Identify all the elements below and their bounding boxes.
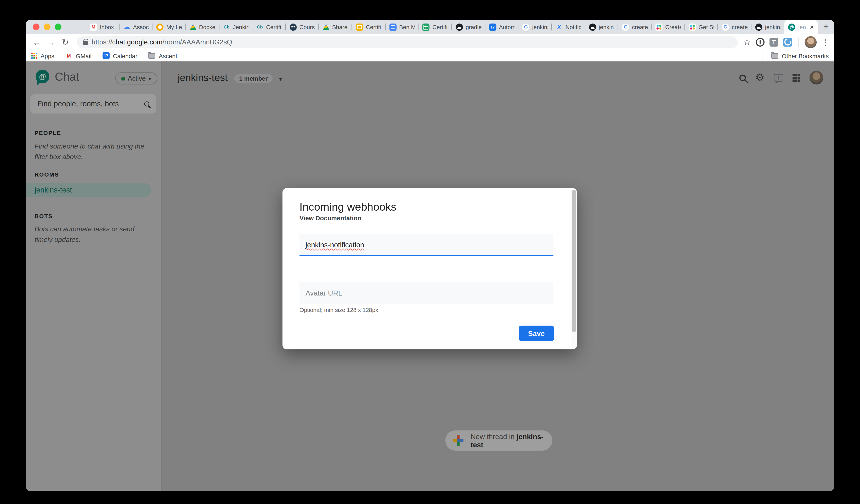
bookmark-favicon-icon — [148, 53, 156, 58]
room-menu-chevron-icon[interactable] — [279, 73, 282, 83]
bookmark-item[interactable]: Apps — [31, 53, 54, 59]
browser-tab[interactable]: create — [618, 20, 651, 34]
browser-tab[interactable]: jenkins — [751, 20, 785, 34]
browser-tab[interactable]: Notific — [552, 20, 585, 34]
bookmark-item[interactable]: GMail — [65, 52, 91, 59]
bookmark-list: Apps GMail Calendar Ascent — [31, 52, 177, 59]
folder-icon — [771, 53, 778, 58]
browser-tab[interactable]: Ben M — [385, 20, 419, 34]
browser-tab[interactable]: Certifi — [419, 20, 452, 34]
bookmark-star-icon[interactable] — [743, 37, 751, 47]
url-text: https://chat.google.com/room/AAAAmnBG2sQ — [92, 38, 232, 46]
tab-favicon-icon — [123, 23, 130, 30]
browser-tab[interactable]: jenkins — [585, 20, 618, 34]
blue-extension-icon[interactable] — [783, 38, 792, 46]
browser-tab[interactable]: Share — [319, 20, 352, 34]
browser-tab[interactable]: gradle — [452, 20, 485, 34]
profile-avatar[interactable] — [805, 36, 817, 48]
browser-tab[interactable]: Autom — [485, 20, 518, 34]
tab-label: Share — [332, 24, 348, 30]
room-title: jenkins-test — [178, 72, 228, 84]
tab-bar: Inbox ( Associ My Lea — [26, 20, 834, 34]
browser-tab[interactable]: Jenkin — [219, 20, 252, 34]
bookmark-favicon-icon — [31, 53, 37, 59]
tab-label: My Lea — [166, 24, 182, 30]
screenshot-stage: Inbox ( Associ My Lea — [0, 0, 860, 504]
divider — [762, 52, 763, 59]
reload-button[interactable] — [59, 38, 71, 46]
new-thread-button[interactable]: New thread in jenkins-test — [445, 431, 552, 451]
chevron-down-icon — [148, 75, 151, 82]
minimize-window-button[interactable] — [44, 24, 51, 30]
address-bar[interactable]: https://chat.google.com/room/AAAAmnBG2sQ — [77, 36, 737, 48]
account-avatar[interactable] — [809, 71, 823, 85]
status-selector[interactable]: Active — [115, 72, 157, 85]
tab-favicon-icon — [90, 23, 97, 30]
browser-tab[interactable]: Inbox ( — [86, 20, 119, 34]
url-path: /room/AAAAmnBG2sQ — [162, 38, 232, 46]
member-count-badge[interactable]: 1 member — [234, 74, 273, 83]
zoom-window-button[interactable] — [55, 24, 61, 30]
browser-tab[interactable]: Docke — [186, 20, 219, 34]
tab-label: jen — [798, 24, 807, 30]
dialog-scrollbar[interactable] — [572, 189, 576, 348]
browser-tab[interactable]: Cours — [286, 20, 319, 34]
tab-label: Get St — [699, 24, 714, 30]
search-input[interactable]: Find people, rooms, bots — [30, 94, 156, 113]
bookmark-label: Ascent — [159, 53, 177, 59]
save-button[interactable]: Save — [519, 326, 554, 341]
browser-tab[interactable]: jenkins — [518, 20, 551, 34]
bookmark-label: Calendar — [113, 53, 138, 59]
new-tab-button[interactable] — [818, 20, 834, 34]
plus-icon — [453, 435, 463, 446]
chrome-menu-icon[interactable] — [822, 37, 829, 47]
browser-tab[interactable]: Certifi — [352, 20, 385, 34]
tab-favicon-icon — [223, 23, 230, 30]
tab-label: Notific — [565, 24, 581, 30]
browser-tab[interactable]: create — [718, 20, 751, 34]
new-thread-label: New thread in jenkins-test — [471, 432, 552, 449]
forward-button[interactable] — [45, 38, 57, 46]
tab-label: create — [732, 24, 747, 30]
avatar-url-placeholder: Avatar URL — [305, 289, 342, 297]
view-documentation-link[interactable]: View Documentation — [300, 215, 361, 221]
dialog-scrollbar-thumb[interactable] — [572, 190, 576, 332]
tab-label: Inbox ( — [100, 24, 116, 30]
active-status-dot — [121, 76, 125, 81]
people-hint: Find someone to chat with using the filt… — [34, 141, 151, 163]
rooms-section-header: ROOMS — [34, 171, 59, 178]
browser-tab[interactable]: Create — [651, 20, 685, 34]
search-icon[interactable] — [739, 74, 746, 81]
tab-label: create — [632, 24, 648, 30]
tab-label: Associ — [133, 24, 149, 30]
browser-tab[interactable]: jen — [785, 20, 818, 34]
other-bookmarks[interactable]: Other Bookmarks — [762, 52, 829, 59]
room-name: jenkins-test — [34, 186, 72, 194]
settings-gear-icon[interactable] — [755, 72, 764, 83]
tab-label: Certifi — [266, 24, 282, 30]
bookmark-item[interactable]: Ascent — [148, 53, 177, 59]
webhook-name-input[interactable]: jenkins-notification — [300, 234, 554, 256]
onepassword-extension-icon[interactable] — [756, 38, 765, 46]
tab-label: Create — [665, 24, 681, 30]
bookmark-favicon-icon — [102, 52, 110, 59]
avatar-url-input[interactable]: Avatar URL — [300, 283, 554, 304]
bookmark-item[interactable]: Calendar — [102, 52, 138, 59]
tab-favicon-icon — [256, 23, 263, 30]
t-extension-icon[interactable] — [770, 38, 778, 46]
url-domain: chat.google.com — [112, 38, 162, 46]
tab-favicon-icon — [655, 23, 662, 30]
sidebar-item-room[interactable]: jenkins-test — [26, 183, 152, 197]
back-button[interactable] — [31, 38, 43, 46]
apps-grid-icon[interactable] — [792, 74, 800, 82]
page-content: Chat Active Find people, rooms, bots PEO… — [26, 61, 834, 491]
browser-toolbar: https://chat.google.com/room/AAAAmnBG2sQ — [26, 34, 834, 50]
browser-tab[interactable]: Associ — [119, 20, 153, 34]
feedback-icon[interactable] — [774, 74, 783, 82]
browser-tab[interactable]: Certifi — [252, 20, 286, 34]
tab-close-icon[interactable] — [810, 23, 814, 30]
tab-favicon-icon — [755, 23, 762, 30]
close-window-button[interactable] — [33, 24, 40, 30]
browser-tab[interactable]: My Lea — [153, 20, 186, 34]
browser-tab[interactable]: Get St — [685, 20, 718, 34]
